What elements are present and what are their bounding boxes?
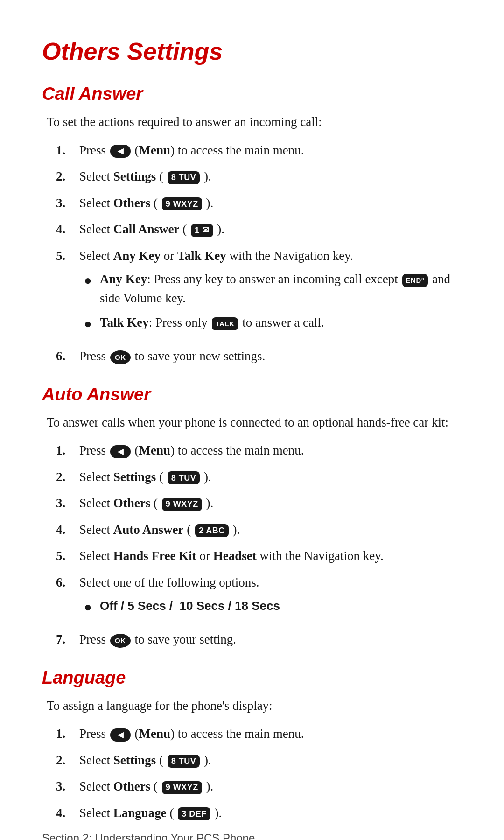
step-item: 4. Select Language ( 3 DEF ). xyxy=(56,804,462,823)
step-number: 2. xyxy=(56,751,79,770)
step-number: 2. xyxy=(56,167,79,186)
step-content: Select Others ( 9 WXYZ ). xyxy=(79,494,462,513)
step-item: 4. Select Auto Answer ( 2 ABC ). xyxy=(56,520,462,539)
step-item: 4. Select Call Answer ( 1 ✉ ). xyxy=(56,220,462,239)
key-9wxyz: 9 WXYZ xyxy=(162,781,202,794)
menu-key-icon: ◀ xyxy=(110,728,131,742)
step-content: Select Any Key or Talk Key with the Navi… xyxy=(79,246,462,340)
key-9wxyz: 9 WXYZ xyxy=(162,498,202,511)
page-content: Others Settings Call Answer To set the a… xyxy=(0,0,504,840)
footer-section-label: Section 2: Understanding Your PCS Phone xyxy=(42,832,255,840)
step-item: 6. Select one of the following options. … xyxy=(56,573,462,623)
step-content: Select Others ( 9 WXYZ ). xyxy=(79,777,462,796)
bullet-icon: ● xyxy=(84,314,93,334)
key-2abc: 2 ABC xyxy=(195,524,229,537)
key-8tuv: 8 TUV xyxy=(168,471,200,484)
step-content: Select one of the following options. ● O… xyxy=(79,573,462,623)
sub-content: Any Key: Press any key to answer an inco… xyxy=(100,270,462,308)
step-content: Select Auto Answer ( 2 ABC ). xyxy=(79,520,462,539)
key-8tuv: 8 TUV xyxy=(168,755,200,768)
page-title: Others Settings xyxy=(42,37,462,65)
key-talk: TALK xyxy=(212,317,238,330)
step-number: 1. xyxy=(56,141,79,160)
step-item: 5. Select Any Key or Talk Key with the N… xyxy=(56,246,462,340)
section-intro-call-answer: To set the actions required to answer an… xyxy=(47,112,462,132)
step-content: Select Hands Free Kit or Headset with th… xyxy=(79,546,462,566)
step-number: 4. xyxy=(56,220,79,239)
step-content: Press ◀ (Menu) to access the main menu. xyxy=(79,724,462,743)
step-content: Select Language ( 3 DEF ). xyxy=(79,804,462,823)
key-ok: OK xyxy=(110,350,131,364)
step-item: 3. Select Others ( 9 WXYZ ). xyxy=(56,194,462,213)
section-auto-answer: Auto Answer To answer calls when your ph… xyxy=(42,385,462,649)
key-9wxyz: 9 WXYZ xyxy=(162,197,202,210)
footer-left-block: Section 2: Understanding Your PCS Phone … xyxy=(42,832,255,840)
step-item: 5. Select Hands Free Kit or Headset with… xyxy=(56,546,462,566)
step-item: 2. Select Settings ( 8 TUV ). xyxy=(56,468,462,487)
call-answer-steps: 1. Press ◀ (Menu) to access the main men… xyxy=(56,141,462,366)
bullet-icon: ● xyxy=(84,271,93,290)
menu-key-icon: ◀ xyxy=(110,145,131,158)
menu-key-icon: ◀ xyxy=(110,445,131,458)
step-item: 1. Press ◀ (Menu) to access the main men… xyxy=(56,441,462,460)
step-number: 3. xyxy=(56,494,79,513)
step-number: 3. xyxy=(56,777,79,796)
step-number: 1. xyxy=(56,724,79,743)
step-item: 1. Press ◀ (Menu) to access the main men… xyxy=(56,724,462,743)
step-content: Select Settings ( 8 TUV ). xyxy=(79,167,462,186)
step-content: Press OK to save your new settings. xyxy=(79,347,462,366)
step-item: 2. Select Settings ( 8 TUV ). xyxy=(56,751,462,770)
bullet-icon: ● xyxy=(84,597,93,617)
step-item: 6. Press OK to save your new settings. xyxy=(56,347,462,366)
key-end: END° xyxy=(402,274,428,287)
step-item: 7. Press OK to save your setting. xyxy=(56,630,462,649)
step-number: 6. xyxy=(56,347,79,366)
page-footer: Section 2: Understanding Your PCS Phone … xyxy=(42,823,462,840)
sub-bullet-list: ● Off / 5 Secs / 10 Secs / 18 Secs xyxy=(84,596,462,617)
step-content: Select Settings ( 8 TUV ). xyxy=(79,751,462,770)
section-intro-auto-answer: To answer calls when your phone is conne… xyxy=(47,413,462,432)
sub-item: ● Any Key: Press any key to answer an in… xyxy=(84,270,462,308)
step-content: Press ◀ (Menu) to access the main menu. xyxy=(79,141,462,160)
step-content: Select Call Answer ( 1 ✉ ). xyxy=(79,220,462,239)
section-title-language: Language xyxy=(42,668,462,688)
section-language: Language To assign a language for the ph… xyxy=(42,668,462,823)
key-8tuv: 8 TUV xyxy=(168,171,200,184)
section-title-call-answer: Call Answer xyxy=(42,84,462,104)
step-item: 1. Press ◀ (Menu) to access the main men… xyxy=(56,141,462,160)
key-3def: 3 DEF xyxy=(178,807,210,820)
step-number: 4. xyxy=(56,520,79,539)
step-content: Select Settings ( 8 TUV ). xyxy=(79,468,462,487)
step-number: 4. xyxy=(56,804,79,823)
step-content: Press OK to save your setting. xyxy=(79,630,462,649)
auto-answer-steps: 1. Press ◀ (Menu) to access the main men… xyxy=(56,441,462,649)
key-ok: OK xyxy=(110,634,131,648)
step-number: 1. xyxy=(56,441,79,460)
step-number: 6. xyxy=(56,573,79,592)
sub-content: Off / 5 Secs / 10 Secs / 18 Secs xyxy=(100,596,462,616)
step-number: 2. xyxy=(56,468,79,487)
language-steps: 1. Press ◀ (Menu) to access the main men… xyxy=(56,724,462,822)
sub-item: ● Talk Key: Press only TALK to answer a … xyxy=(84,313,462,334)
key-1: 1 ✉ xyxy=(191,224,213,237)
section-intro-language: To assign a language for the phone's dis… xyxy=(47,696,462,715)
step-item: 3. Select Others ( 9 WXYZ ). xyxy=(56,494,462,513)
sub-bullet-list: ● Any Key: Press any key to answer an in… xyxy=(84,270,462,334)
step-content: Press ◀ (Menu) to access the main menu. xyxy=(79,441,462,460)
step-number: 7. xyxy=(56,630,79,649)
step-content: Select Others ( 9 WXYZ ). xyxy=(79,194,462,213)
sub-item: ● Off / 5 Secs / 10 Secs / 18 Secs xyxy=(84,596,462,617)
step-number: 5. xyxy=(56,546,79,566)
section-call-answer: Call Answer To set the actions required … xyxy=(42,84,462,366)
step-item: 2. Select Settings ( 8 TUV ). xyxy=(56,167,462,186)
step-number: 5. xyxy=(56,246,79,266)
step-item: 3. Select Others ( 9 WXYZ ). xyxy=(56,777,462,796)
step-number: 3. xyxy=(56,194,79,213)
sub-content: Talk Key: Press only TALK to answer a ca… xyxy=(100,313,462,332)
section-title-auto-answer: Auto Answer xyxy=(42,385,462,405)
